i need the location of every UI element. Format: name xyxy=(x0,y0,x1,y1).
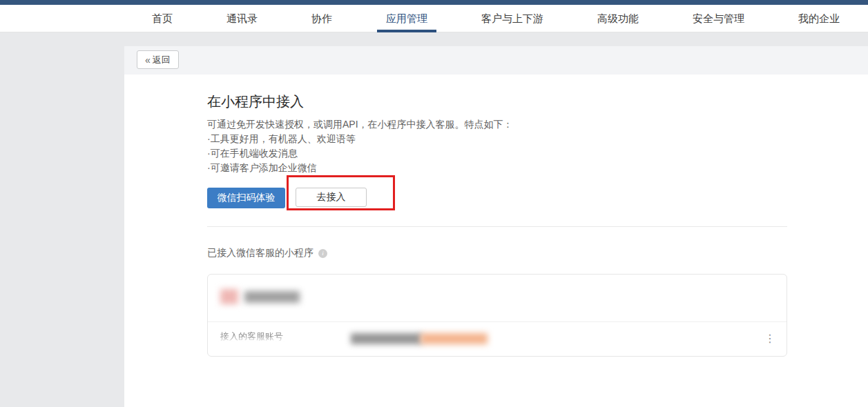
feature-bullet: ·可在手机端收发消息 xyxy=(207,146,513,161)
redacted-account-info xyxy=(421,333,488,344)
nav-tab-my-company[interactable]: 我的企业 xyxy=(789,5,849,32)
redacted-account-name xyxy=(351,333,422,344)
feature-bullet: ·工具更好用，有机器人、欢迎语等 xyxy=(207,132,513,146)
wechat-scan-button[interactable]: 微信扫码体验 xyxy=(207,188,285,208)
main-content: 在小程序中接入 可通过免开发快速授权，或调用API，在小程序中接入客服。特点如下… xyxy=(124,46,868,407)
section-title: 已接入微信客服的小程序 xyxy=(207,247,314,259)
info-icon[interactable]: i xyxy=(318,249,327,258)
feature-bullet: ·可邀请客户添加企业微信 xyxy=(207,161,513,175)
nav-tab-customers[interactable]: 客户与上下游 xyxy=(472,5,552,32)
top-dark-bar xyxy=(0,0,868,5)
page-description: 可通过免开发快速授权，或调用API，在小程序中接入客服。特点如下： xyxy=(207,117,513,132)
screen: 首页 通讯录 协作 应用管理 客户与上下游 高级功能 安全与管理 我的企业 « … xyxy=(0,0,868,407)
nav-tab-home[interactable]: 首页 xyxy=(143,5,182,32)
nav-tab-contacts[interactable]: 通讯录 xyxy=(218,5,267,32)
main-nav: 首页 通讯录 协作 应用管理 客户与上下游 高级功能 安全与管理 我的企业 xyxy=(0,5,868,32)
page-background: « 返回 在小程序中接入 可通过免开发快速授权，或调用API，在小程序中接入客服… xyxy=(0,32,868,407)
page-title: 在小程序中接入 xyxy=(207,93,513,110)
mini-program-row xyxy=(208,275,787,322)
intro-block: 在小程序中接入 可通过免开发快速授权，或调用API，在小程序中接入客服。特点如下… xyxy=(207,93,513,175)
annotation-red-box: 去接入 xyxy=(287,175,395,210)
connect-button[interactable]: 去接入 xyxy=(296,188,367,207)
redacted-app-icon xyxy=(220,289,238,304)
redacted-app-name xyxy=(244,291,300,303)
nav-tab-security[interactable]: 安全与管理 xyxy=(684,5,753,32)
kebab-menu-icon[interactable]: ⋮ xyxy=(764,330,775,347)
nav-tab-collaboration[interactable]: 协作 xyxy=(302,5,341,32)
mini-program-card: 接入的客服账号 ⋮ xyxy=(207,274,787,357)
section-divider xyxy=(207,226,787,227)
label-fade-overlay xyxy=(218,336,285,344)
account-row-label: 接入的客服账号 xyxy=(220,331,283,342)
nav-tab-advanced[interactable]: 高级功能 xyxy=(588,5,648,32)
service-account-row: 接入的客服账号 ⋮ xyxy=(208,322,787,356)
content-panel: « 返回 在小程序中接入 可通过免开发快速授权，或调用API，在小程序中接入客服… xyxy=(124,46,868,407)
section-header: 已接入微信客服的小程序 i xyxy=(207,247,327,259)
nav-tab-app-management[interactable]: 应用管理 xyxy=(377,5,436,32)
